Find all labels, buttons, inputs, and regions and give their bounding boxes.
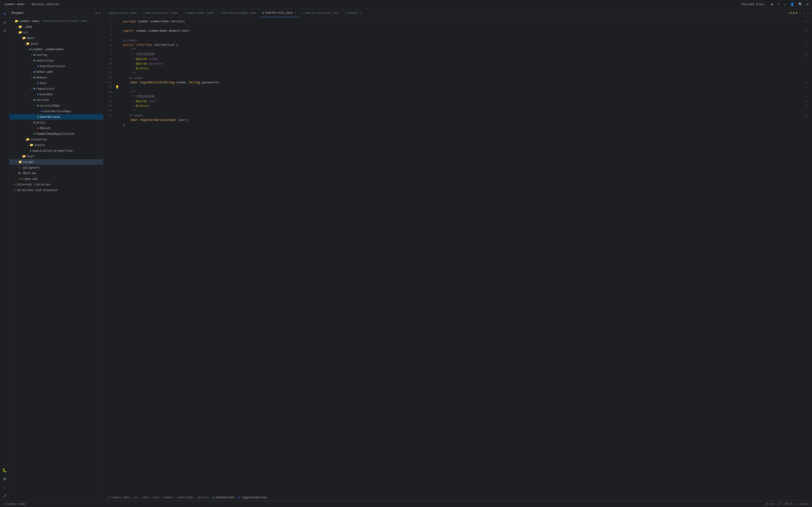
tab-userservice[interactable]: ◆ UserService.java ✕: [259, 9, 299, 17]
tree-item-service[interactable]: ▾ ■ service: [9, 97, 103, 103]
sidebar-expand-icon[interactable]: ⊡: [99, 11, 101, 15]
tree-item-domain[interactable]: ▾ ■ domain: [9, 75, 103, 80]
problems-rail-icon[interactable]: ⚠: [1, 484, 8, 491]
tree-label-controller: controller: [36, 59, 54, 62]
tab-icon-userserviceimpl: ☕: [219, 11, 221, 15]
gutter-15-lightbulb[interactable]: 💡: [115, 85, 119, 90]
search-icon[interactable]: 🔍: [798, 2, 803, 7]
warnings-badge[interactable]: ⚠ 8 ▲ ▼: [788, 11, 797, 15]
tree-arrow-src: ▾: [15, 31, 18, 34]
breadcrumb-summerdemo[interactable]: summerdemo: [177, 496, 194, 499]
tree-item-user[interactable]: ▾ ● User: [9, 80, 103, 86]
line-num-12: 12: [103, 71, 112, 75]
breadcrumb-summer-demo[interactable]: summer-demo: [111, 496, 130, 499]
breadcrumb-giticon: ⎇: [107, 496, 110, 499]
breadcrumb-java[interactable]: java: [152, 496, 159, 499]
breadcrumb-summer[interactable]: summer: [163, 496, 173, 499]
version-control-button[interactable]: Version control ▾: [30, 2, 63, 7]
tree-item-test[interactable]: ▾ 📁 test: [9, 154, 103, 159]
structure-rail-icon[interactable]: ⊞: [1, 27, 8, 35]
status-charset[interactable]: UTF-8: [784, 503, 792, 506]
tree-item-pomxml[interactable]: ▾ </> pom.xml: [9, 176, 103, 182]
tab-userserviceimpl[interactable]: ☕ UserServiceImpl.java: [217, 9, 259, 17]
tree-label-scratches: Scratches and Consoles: [17, 188, 58, 192]
tree-item-idea[interactable]: ▾ 📁 .idea: [9, 24, 103, 30]
update-icon[interactable]: ⬇: [777, 2, 780, 7]
run-icon[interactable]: ▶: [771, 2, 774, 7]
breadcrumb-userservice[interactable]: ◆ UserService: [213, 496, 235, 499]
tree-item-helpmd[interactable]: ▾ M↓ HELP.md: [9, 170, 103, 176]
tab-application[interactable]: ☕ Application.java: [103, 9, 139, 17]
breadcrumb-src[interactable]: src: [134, 496, 139, 499]
tree-item-summer-summerdemo[interactable]: ▾ ■ summer.summerdemo: [9, 47, 103, 52]
margin-15: [804, 85, 809, 90]
tree-item-usercontroller[interactable]: ▾ ● UserController: [9, 63, 103, 69]
breadcrumb-service[interactable]: service: [197, 496, 209, 499]
tree-item-utils[interactable]: ▾ ■ utils: [9, 120, 103, 125]
tree-item-static[interactable]: ▾ 📁 static: [9, 142, 103, 148]
tree-item-controller[interactable]: ▾ ■ controller: [9, 58, 103, 63]
tree-item-result[interactable]: ▾ ● Result: [9, 125, 103, 131]
margin-5: [804, 38, 809, 43]
breadcrumb-main[interactable]: main: [142, 496, 149, 499]
project-rail-icon[interactable]: ≡: [1, 10, 8, 18]
tree-item-scratches[interactable]: ▾ ≡ Scratches and Consoles: [9, 187, 103, 193]
tree-item-userserviceimpl[interactable]: ▾ ● UserServiceImpl: [9, 108, 103, 114]
tree-item-src[interactable]: ▾ 📁 src: [9, 30, 103, 35]
code-body[interactable]: package summer.summerdemo.service; impor…: [119, 17, 804, 494]
code-line-14: User loginService(String uname, String p…: [123, 80, 804, 85]
tree-item-external-libs[interactable]: ▾ ⊡ External Libraries: [9, 182, 103, 187]
breadcrumb-registerservice[interactable]: ◈ registerService: [238, 496, 267, 499]
lightbulb-icon[interactable]: 💡: [115, 85, 119, 90]
tree-item-demosweb[interactable]: ▾ ■ demos.web: [9, 69, 103, 75]
tree-item-main[interactable]: ▾ 📁 main: [9, 35, 103, 41]
tree-label-gitignore: .gitignore: [21, 166, 40, 169]
margin-1: [804, 19, 809, 24]
tab-close-userservice[interactable]: ✕: [294, 11, 297, 14]
tab-scroll-right-icon[interactable]: ▸: [802, 10, 806, 16]
tree-item-userdao[interactable]: ▾ ● UserDao: [9, 92, 103, 97]
tree-item-summerdemoapp[interactable]: ▾ ● SummerDemoApplication: [9, 131, 103, 136]
tree-label-summerdemoapp: SummerDemoApplication: [36, 132, 75, 136]
tab-result[interactable]: ☕ Result.j...: [342, 9, 370, 17]
debug-rail-icon[interactable]: 🐛: [1, 467, 8, 474]
tab-userservicetest[interactable]: ☕ UserServiceTest.java: [299, 9, 342, 17]
tree-item-resources[interactable]: ▾ 📁 resources: [9, 136, 103, 142]
git-rail-icon[interactable]: ⎇: [1, 492, 8, 500]
tab-scroll-left-icon[interactable]: ◂: [798, 10, 801, 16]
tree-item-root[interactable]: ▾ 📁 summer-demo ~/Desktop/projects/summe…: [9, 18, 103, 24]
tab-domainuser[interactable]: ☕ domain/User.java: [181, 9, 217, 17]
tree-item-repository[interactable]: ▾ ■ repository: [9, 86, 103, 92]
status-position[interactable]: 15:14: [765, 503, 774, 506]
tree-item-java[interactable]: ▾ 📁 java: [9, 41, 103, 47]
settings-icon[interactable]: ⚙: [806, 2, 809, 7]
tree-item-appprops[interactable]: ▾ ⚙ application.properties: [9, 148, 103, 154]
tree-arrow-external: ▾: [11, 183, 14, 186]
tab-usercontroller[interactable]: ☕ UserController.java: [139, 9, 181, 17]
status-indent[interactable]: 4 spaces: [796, 503, 809, 506]
tree-item-config[interactable]: ▾ ■ config: [9, 52, 103, 58]
project-name-button[interactable]: summer-demo ▾: [3, 2, 28, 7]
tree-item-serviceimpl[interactable]: ▾ ■ serviceImpl: [9, 103, 103, 108]
terminal-rail-icon[interactable]: ▣: [1, 475, 8, 483]
tree-arrow-idea: ▾: [15, 25, 18, 29]
tree-label-main: main: [27, 36, 34, 40]
sidebar-settings-icon[interactable]: ⚙: [95, 11, 97, 15]
status-branch[interactable]: ⎇ summer-demo: [3, 502, 26, 506]
commit-rail-icon[interactable]: ⊕: [1, 19, 8, 26]
profile-icon[interactable]: 👤: [790, 2, 795, 7]
token-space: [134, 43, 136, 47]
tree-item-target[interactable]: ▾ 📁 target: [9, 159, 103, 165]
tab-options-icon[interactable]: ⋯: [807, 10, 810, 16]
current-file-button[interactable]: Current File ▾: [740, 2, 768, 7]
token-registerservice: registerService: [140, 118, 167, 122]
tree-item-userservice[interactable]: ▾ ◆ UserService: [9, 114, 103, 120]
code-line-21: no usages: [123, 113, 804, 118]
tree-arrow-resources: ▾: [22, 138, 26, 141]
margin-21: [804, 113, 809, 118]
tree-item-gitignore[interactable]: ▾ ◌ .gitignore: [9, 165, 103, 170]
status-charset-value: UTF-8: [784, 503, 792, 506]
icon-rail: ≡ ⊕ ⊞ 🐛 ▣ ⚠ ⎇: [0, 9, 9, 501]
more-icon[interactable]: ⋯: [783, 2, 786, 7]
status-encoding[interactable]: LF: [777, 503, 780, 506]
